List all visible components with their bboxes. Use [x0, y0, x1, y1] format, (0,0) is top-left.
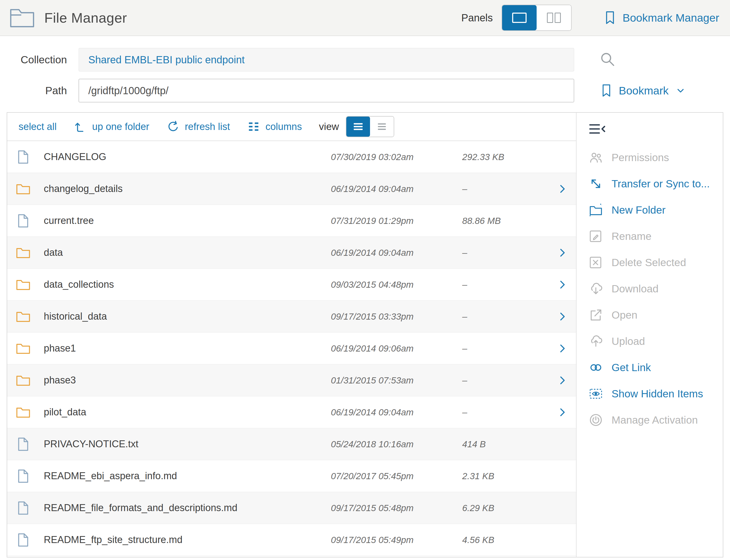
folder-icon	[15, 277, 32, 292]
action-manage-activation[interactable]: Manage Activation	[577, 407, 723, 433]
table-row[interactable]: phase3 01/31/2015 07:53am –	[7, 364, 576, 396]
chevron-right-icon[interactable]	[552, 375, 568, 386]
action-label: Delete Selected	[612, 257, 686, 269]
columns-icon	[247, 120, 260, 133]
action-permissions[interactable]: Permissions	[577, 144, 723, 171]
file-list: CHANGELOG 07/30/2019 03:02am 292.33 KB c…	[7, 141, 576, 557]
search-icon[interactable]	[599, 51, 616, 68]
columns-button[interactable]: columns	[247, 120, 302, 133]
action-label: Show Hidden Items	[612, 388, 703, 400]
action-transfer-or-sync-to[interactable]: Transfer or Sync to...	[577, 171, 723, 197]
action-show-hidden-items[interactable]: Show Hidden Items	[577, 381, 723, 407]
chevron-right-icon[interactable]	[552, 343, 568, 354]
file-size: 4.56 KB	[462, 535, 552, 545]
up-one-folder-button[interactable]: up one folder	[74, 120, 149, 133]
action-get-link[interactable]: Get Link	[577, 354, 723, 381]
table-row[interactable]: PRIVACY-NOTICE.txt 05/24/2018 10:16am 41…	[7, 428, 576, 460]
file-date: 09/17/2015 03:33pm	[331, 311, 462, 322]
action-label: Rename	[612, 230, 651, 242]
table-row[interactable]: pilot_data 06/19/2014 09:04am –	[7, 396, 576, 428]
chevron-right-icon[interactable]	[552, 183, 568, 194]
file-date: 09/17/2015 05:48pm	[331, 503, 462, 513]
action-new-folder[interactable]: New Folder	[577, 197, 723, 223]
file-date: 06/19/2014 09:04am	[331, 248, 462, 258]
table-row[interactable]: README_file_formats_and_descriptions.md …	[7, 492, 576, 524]
chevron-down-icon	[675, 85, 686, 96]
file-icon	[15, 532, 32, 548]
file-icon	[15, 468, 32, 484]
chevron-right-icon[interactable]	[552, 407, 568, 418]
download-icon	[588, 281, 604, 297]
manage-activation-icon	[588, 412, 604, 428]
columns-label: columns	[265, 121, 302, 132]
list-view-button[interactable]	[346, 117, 370, 137]
action-upload[interactable]: Upload	[577, 328, 723, 354]
compact-view-button[interactable]	[370, 117, 394, 137]
table-row[interactable]: data_collections 09/03/2015 04:48pm –	[7, 269, 576, 301]
chevron-right-icon[interactable]	[552, 311, 568, 322]
new-folder-icon	[588, 202, 604, 218]
file-name: README_ftp_site_structure.md	[44, 534, 331, 545]
table-row[interactable]: README_ebi_aspera_info.md 07/20/2017 05:…	[7, 460, 576, 492]
single-panel-icon	[512, 13, 527, 23]
table-row[interactable]: CHANGELOG 07/30/2019 03:02am 292.33 KB	[7, 141, 576, 173]
file-date: 06/19/2014 09:04am	[331, 184, 462, 194]
file-name: historical_data	[44, 311, 331, 322]
file-name: pilot_data	[44, 407, 331, 418]
table-row[interactable]: historical_data 09/17/2015 03:33pm –	[7, 301, 576, 333]
chevron-right-icon[interactable]	[552, 279, 568, 290]
action-rename[interactable]: Rename	[577, 223, 723, 249]
action-delete-selected[interactable]: Delete Selected	[577, 249, 723, 276]
action-label: Open	[612, 309, 637, 321]
action-open[interactable]: Open	[577, 302, 723, 328]
compact-view-icon	[376, 121, 388, 133]
select-all-button[interactable]: select all	[19, 121, 57, 132]
file-name: CHANGELOG	[44, 151, 331, 162]
get-link-icon	[588, 360, 604, 375]
table-row[interactable]: phase1 06/19/2014 09:06am –	[7, 333, 576, 364]
file-icon	[15, 436, 32, 452]
action-download[interactable]: Download	[577, 276, 723, 302]
folder-icon	[15, 341, 32, 356]
select-all-label: select all	[19, 121, 57, 132]
bookmark-dropdown[interactable]: Bookmark	[586, 83, 720, 98]
file-name: current.tree	[44, 215, 331, 226]
bookmark-icon	[599, 83, 614, 98]
action-label: Get Link	[612, 362, 651, 374]
collection-label: Collection	[10, 54, 67, 66]
dual-panel-button[interactable]	[537, 5, 571, 30]
file-size: –	[462, 375, 552, 386]
show-hidden-icon	[588, 386, 604, 402]
file-icon	[15, 149, 32, 165]
action-menu: Permissions Transfer or Sync to... New F…	[577, 144, 723, 433]
chevron-right-icon[interactable]	[552, 247, 568, 258]
file-icon	[15, 500, 32, 516]
file-manager-logo-icon	[9, 7, 35, 29]
file-name: phase1	[44, 343, 331, 354]
table-row[interactable]: data 06/19/2014 09:04am –	[7, 237, 576, 269]
single-panel-button[interactable]	[502, 5, 537, 30]
bookmark-manager-link[interactable]: Bookmark Manager	[603, 10, 719, 25]
file-name: data	[44, 247, 331, 258]
file-size: 292.33 KB	[462, 152, 552, 162]
bookmark-manager-label: Bookmark Manager	[623, 12, 719, 24]
file-size: 6.29 KB	[462, 503, 552, 513]
collection-input[interactable]	[79, 48, 574, 72]
up-one-folder-label: up one folder	[92, 121, 149, 132]
refresh-list-button[interactable]: refresh list	[166, 120, 230, 133]
path-input[interactable]	[79, 79, 574, 102]
file-size: 88.86 MB	[462, 216, 552, 226]
table-row[interactable]: README_ftp_site_structure.md 09/17/2015 …	[7, 524, 576, 556]
table-row[interactable]: current.tree 07/31/2019 01:29pm 88.86 MB	[7, 205, 576, 237]
panel-toggle-group	[502, 5, 572, 31]
action-label: Transfer or Sync to...	[612, 178, 710, 190]
file-size: –	[462, 407, 552, 417]
collapse-sidebar-button[interactable]	[588, 121, 607, 137]
file-name: data_collections	[44, 279, 331, 290]
file-name: README_ebi_aspera_info.md	[44, 470, 331, 482]
delete-icon	[588, 255, 604, 270]
folder-icon	[15, 373, 32, 388]
folder-icon	[15, 405, 32, 420]
bookmark-icon	[603, 10, 618, 25]
table-row[interactable]: changelog_details 06/19/2014 09:04am –	[7, 173, 576, 205]
